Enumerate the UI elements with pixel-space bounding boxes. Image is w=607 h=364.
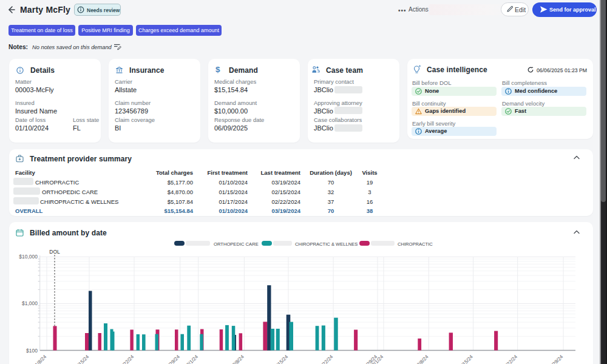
svg-text:3/22/24: 3/22/24 (503, 354, 518, 364)
svg-text:$100: $100 (26, 348, 38, 354)
svg-text:2/15/24: 2/15/24 (274, 354, 290, 364)
svg-text:1/8/24: 1/8/24 (34, 354, 48, 364)
svg-text:1/15/24: 1/15/24 (75, 354, 90, 364)
svg-text:3/8/24: 3/8/24 (416, 354, 430, 364)
svg-text:2/1/24: 2/1/24 (186, 354, 200, 364)
svg-text:2/22/24: 2/22/24 (319, 354, 334, 364)
svg-text:DOL: DOL (49, 249, 60, 255)
svg-text:$10,000: $10,000 (19, 254, 38, 260)
svg-text:1/29/24: 1/29/24 (165, 354, 181, 364)
svg-text:2/8/24: 2/8/24 (231, 354, 245, 364)
svg-text:1/22/24: 1/22/24 (120, 354, 135, 364)
svg-text:3/29/24: 3/29/24 (549, 354, 565, 364)
svg-text:$1,000: $1,000 (22, 300, 38, 306)
svg-text:3/15/24: 3/15/24 (458, 354, 474, 364)
